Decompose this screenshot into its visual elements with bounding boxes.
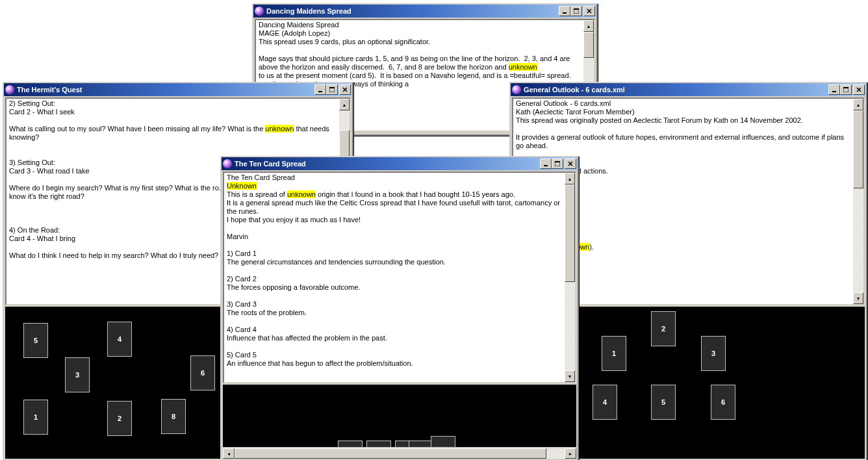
svg-rect-10: [318, 91, 322, 92]
window-title: Dancing Maidens Spread: [266, 7, 559, 15]
horizontal-scrollbar[interactable]: ◄ ►: [223, 448, 576, 459]
card-slot[interactable]: 2: [107, 401, 132, 436]
card-slot[interactable]: 3: [701, 336, 726, 371]
minimize-button[interactable]: [540, 159, 552, 169]
scroll-thumb[interactable]: [235, 448, 546, 459]
scroll-up-button[interactable]: ▲: [583, 20, 594, 32]
scroll-up-button[interactable]: ▲: [565, 173, 575, 185]
vertical-scrollbar[interactable]: ▲ ▼: [565, 173, 575, 382]
scroll-track[interactable]: [565, 185, 575, 370]
svg-rect-0: [563, 12, 567, 14]
scroll-track[interactable]: [853, 110, 863, 292]
app-icon: [255, 6, 264, 16]
card-slot[interactable]: 2: [651, 311, 676, 346]
minimize-button[interactable]: [314, 84, 326, 95]
app-icon: [223, 159, 232, 168]
svg-rect-17: [555, 161, 560, 162]
scroll-thumb[interactable]: [853, 110, 863, 188]
card-layout-pane[interactable]: 109876: [223, 385, 576, 447]
scroll-thumb[interactable]: [565, 185, 575, 282]
card-slot[interactable]: 5: [23, 323, 48, 358]
vertical-scrollbar[interactable]: ▲ ▼: [853, 99, 863, 304]
scroll-up-button[interactable]: ▲: [339, 99, 350, 110]
window-title: The Hermit's Quest: [17, 86, 314, 94]
svg-rect-12: [329, 87, 335, 88]
titlebar[interactable]: The Hermit's Quest: [4, 83, 352, 96]
close-button[interactable]: [583, 6, 595, 16]
maximize-button[interactable]: [840, 84, 852, 95]
titlebar[interactable]: The Ten Card Spread: [222, 157, 578, 170]
svg-rect-2: [574, 8, 579, 10]
card-slot[interactable]: 1: [23, 400, 48, 435]
scroll-track[interactable]: [235, 448, 565, 459]
close-button[interactable]: [853, 84, 865, 95]
card-slot[interactable]: 4: [593, 385, 617, 420]
scroll-down-button[interactable]: ▼: [853, 292, 863, 304]
minimize-button[interactable]: [559, 6, 570, 16]
scroll-right-button[interactable]: ►: [565, 448, 576, 459]
app-icon: [5, 85, 14, 94]
scroll-down-button[interactable]: ▼: [565, 370, 575, 382]
text-pane[interactable]: The Ten Card Spread Unknown This is a sp…: [223, 172, 576, 383]
spread-text: The Ten Card Spread Unknown This is a sp…: [225, 173, 564, 382]
svg-rect-15: [544, 165, 548, 166]
card-slot[interactable]: 3: [65, 357, 90, 392]
minimize-button[interactable]: [828, 84, 840, 95]
window-ten-card-spread[interactable]: The Ten Card Spread The Ten Card Spread …: [220, 156, 579, 460]
svg-rect-7: [843, 87, 849, 88]
app-icon: [512, 85, 521, 94]
svg-rect-5: [832, 91, 836, 92]
maximize-button[interactable]: [570, 6, 582, 16]
maximize-button[interactable]: [326, 84, 338, 95]
card-slot[interactable]: 1: [602, 336, 626, 371]
maximize-button[interactable]: [552, 159, 563, 169]
card-slot[interactable]: 6: [190, 355, 215, 390]
scroll-thumb[interactable]: [583, 32, 594, 58]
window-title: The Ten Card Spread: [235, 160, 540, 168]
card-slot[interactable]: 9: [366, 441, 391, 447]
card-slot[interactable]: 4: [107, 322, 132, 357]
scroll-left-button[interactable]: ◄: [223, 448, 235, 459]
close-button[interactable]: [565, 159, 576, 169]
scroll-up-button[interactable]: ▲: [853, 99, 863, 110]
titlebar[interactable]: General Outlook - 6 cards.xml: [511, 83, 866, 96]
card-slot[interactable]: 8: [161, 399, 186, 434]
card-slot[interactable]: 5: [651, 385, 676, 420]
titlebar[interactable]: Dancing Maidens Spread: [253, 5, 596, 18]
card-slot[interactable]: 6: [431, 436, 455, 447]
card-slot[interactable]: 7: [409, 441, 433, 447]
window-title: General Outlook - 6 cards.xml: [524, 86, 828, 94]
card-slot[interactable]: 10: [338, 441, 363, 447]
close-button[interactable]: [339, 84, 351, 95]
card-slot[interactable]: 6: [711, 385, 735, 420]
